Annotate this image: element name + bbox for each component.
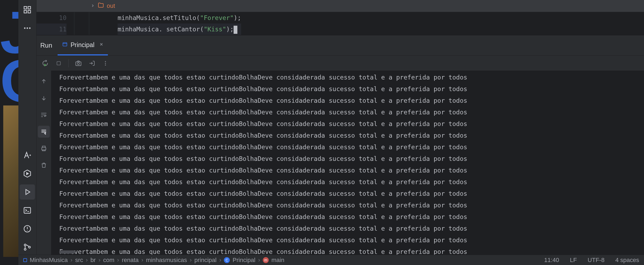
breadcrumb-item[interactable]: MinhasMusica <box>30 257 68 264</box>
run-play-icon[interactable] <box>20 184 35 200</box>
terminal-icon[interactable] <box>20 203 35 218</box>
svg-rect-1 <box>28 6 31 9</box>
structure-icon[interactable] <box>20 2 35 17</box>
ide-window: .idea out 10 11 <box>18 0 644 265</box>
breadcrumb-item[interactable]: br <box>91 257 96 264</box>
chevron-right-icon: › <box>141 257 143 264</box>
run-toolbar <box>36 55 644 71</box>
line-number: 11 <box>36 24 67 35</box>
indent-setting[interactable]: 4 spaces <box>615 257 639 264</box>
rerun-icon[interactable] <box>41 59 49 67</box>
console-line: Forevertambem e uma das que todos estao … <box>59 153 644 165</box>
console-line: Forevertambem e uma das que todos estao … <box>59 165 644 176</box>
console-line: Forevertambem e uma das que todos estao … <box>59 130 644 141</box>
svg-point-18 <box>105 64 106 65</box>
svg-rect-2 <box>24 11 26 13</box>
console-line: Forevertambem e uma das que todos estao … <box>59 234 644 246</box>
method-icon: m <box>263 257 269 263</box>
line-ending[interactable]: LF <box>570 257 577 264</box>
svg-point-16 <box>105 61 106 62</box>
run-config-icon <box>62 41 68 48</box>
chevron-right-icon <box>91 2 95 9</box>
console-output[interactable]: Forevertambem e uma das que todos estao … <box>51 71 644 255</box>
project-tree: .idea out <box>36 0 644 12</box>
print-icon[interactable] <box>38 143 50 154</box>
svg-point-10 <box>24 249 26 250</box>
console-line: Forevertambem e uma das que todos estao … <box>59 223 644 234</box>
hexagon-run-icon[interactable] <box>20 166 35 181</box>
console-line: Forevertambem e uma das que todos estao … <box>59 72 644 83</box>
run-tab-label: Principal <box>71 41 94 49</box>
activity-bar <box>18 0 36 255</box>
code-content[interactable]: minhaMusica.setTitulo("Forever"); minhaM… <box>104 12 241 35</box>
typography-icon[interactable] <box>20 148 35 163</box>
desktop-image <box>3 105 19 257</box>
chevron-right-icon: › <box>117 257 119 264</box>
svg-rect-19 <box>42 148 46 150</box>
arrow-up-icon[interactable] <box>38 75 50 87</box>
svg-point-5 <box>26 27 28 29</box>
console-line: Forevertambem e uma das que todos estao … <box>59 107 644 118</box>
chevron-right-icon: › <box>258 257 260 264</box>
line-number: 10 <box>36 12 67 24</box>
trash-icon[interactable] <box>38 159 50 171</box>
more-icon[interactable] <box>20 21 35 36</box>
svg-point-17 <box>105 63 106 64</box>
editor-gutter: 10 11 <box>36 12 74 35</box>
exit-icon[interactable] <box>88 59 96 67</box>
console-line: Forevertambem e uma das que todos estao … <box>59 141 644 153</box>
camera-icon[interactable] <box>75 59 82 67</box>
svg-point-4 <box>24 27 25 29</box>
breadcrumb-item[interactable]: renata <box>122 257 138 264</box>
svg-point-15 <box>77 62 79 65</box>
run-sidebar <box>36 71 51 255</box>
caret-position[interactable]: 11:40 <box>544 257 559 264</box>
folder-icon <box>98 2 104 10</box>
svg-rect-12 <box>63 43 67 46</box>
chevron-right-icon: › <box>71 257 72 264</box>
breadcrumb-item[interactable]: minhasmusicas <box>146 257 187 264</box>
problems-icon[interactable] <box>20 221 35 236</box>
breadcrumb-item[interactable]: Principal <box>233 257 255 264</box>
chevron-right-icon: › <box>98 257 100 264</box>
breadcrumb-item[interactable]: principal <box>194 257 217 264</box>
breadcrumb-item[interactable]: com <box>103 257 114 264</box>
more-vertical-icon[interactable] <box>102 59 109 67</box>
svg-rect-3 <box>28 11 31 13</box>
run-panel-header: Run Principal <box>36 35 644 55</box>
breadcrumb-item[interactable]: main <box>271 257 284 264</box>
tree-item-out[interactable]: out <box>36 0 644 12</box>
console-line: Forevertambem e uma das que todos estao … <box>59 176 644 188</box>
horizontal-scrollbar[interactable] <box>59 250 75 254</box>
breadcrumb-item[interactable]: src <box>75 257 83 264</box>
stop-icon[interactable] <box>55 59 62 67</box>
run-panel-title: Run <box>40 42 52 49</box>
code-editor[interactable]: 10 11 minhaMusica.setTitulo("Forever"); … <box>36 12 644 35</box>
encoding[interactable]: UTF-8 <box>588 257 605 264</box>
console-line: Forevertambem e uma das que todos estao … <box>59 246 644 255</box>
scroll-to-end-icon[interactable] <box>38 126 50 138</box>
class-icon: C <box>224 257 230 263</box>
module-icon <box>23 258 27 262</box>
svg-point-6 <box>29 27 31 29</box>
svg-rect-7 <box>24 207 31 213</box>
close-icon[interactable] <box>99 42 104 48</box>
console-line: Forevertambem e uma das que todos estao … <box>59 188 644 200</box>
svg-rect-0 <box>24 6 26 9</box>
console-line: Forevertambem e uma das que todos estao … <box>59 83 644 95</box>
soft-wrap-icon[interactable] <box>38 109 50 121</box>
chevron-right-icon: › <box>219 257 221 264</box>
status-bar: MinhasMusica › src › br › com › renata ›… <box>18 255 644 265</box>
git-icon[interactable] <box>20 240 35 255</box>
console-line: Forevertambem e uma das que todos estao … <box>59 118 644 130</box>
console-line: Forevertambem e uma das que todos estao … <box>59 200 644 211</box>
chevron-right-icon: › <box>86 257 88 264</box>
run-panel: Run Principal <box>36 35 644 255</box>
chevron-right-icon: › <box>190 257 192 264</box>
cursor <box>234 26 237 34</box>
console-line: Forevertambem e uma das que todos estao … <box>59 211 644 223</box>
tree-label: out <box>107 2 115 9</box>
arrow-down-icon[interactable] <box>38 92 50 104</box>
run-tab-principal[interactable]: Principal <box>58 35 108 55</box>
svg-rect-13 <box>57 61 61 65</box>
